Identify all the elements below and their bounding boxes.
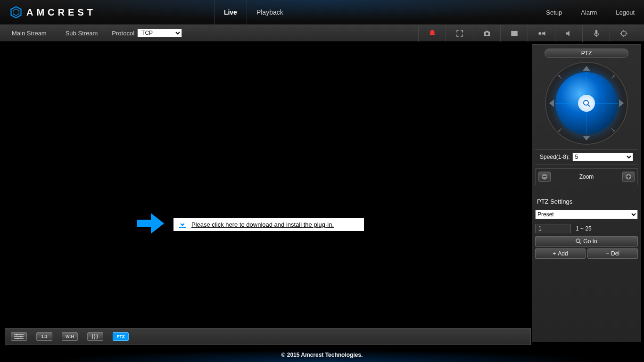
ptz-title: PTZ [545,49,628,58]
stream-toolbar: Main Stream Sub Stream Protocol TCP + [0,25,644,41]
ptz-up-button[interactable] [582,64,591,73]
ptz-settings-title: PTZ Settings [535,193,638,210]
main-area: Please click here to download and instal… [0,41,644,345]
svg-point-3 [538,32,541,35]
logo: AMCREST [0,6,106,19]
nav-right: Setup Alarm Logout [537,0,644,25]
effect-button[interactable] [87,332,103,341]
image-icon[interactable] [500,25,528,42]
preset-row: 1 ~ 25 [535,224,638,233]
search-icon [576,239,581,244]
protocol-label: Protocol [112,30,134,37]
svg-point-12 [16,334,17,336]
zoom-label: Zoom [553,173,619,180]
mic-icon[interactable] [582,25,610,42]
ptz-downright-button[interactable]: ↘ [608,125,618,134]
speaker-icon[interactable] [555,25,582,42]
ratio-wh-button[interactable]: W:H [62,332,78,341]
sub-stream-button[interactable]: Sub Stream [61,30,103,37]
ptz-center-button[interactable] [578,95,595,112]
zoom-out-button[interactable] [538,172,551,182]
alarm-icon[interactable] [418,25,446,42]
logo-icon [9,6,23,19]
protocol-select[interactable]: TCP [137,29,182,37]
adjust-button[interactable] [11,332,27,341]
header: AMCREST Live Playback Setup Alarm Logout [0,0,644,25]
footer: © 2015 Amcrest Technologies. [0,348,644,362]
goto-label: Go to [583,238,597,245]
minus-icon: − [606,250,609,257]
add-del-row: +Add −Del [535,248,638,259]
ptz-right-button[interactable] [617,99,626,108]
plugin-link[interactable]: Please click here to download and instal… [191,221,334,228]
nav-playback[interactable]: Playback [247,0,293,25]
preset-input[interactable] [535,224,571,233]
add-button[interactable]: +Add [535,248,586,259]
pointer-arrow-icon [137,211,165,236]
preset-range: 1 ~ 25 [576,225,592,232]
speed-row: Speed(1-8): 5 [535,149,638,165]
ptz-upright-button[interactable]: ↗ [608,72,618,82]
goto-button[interactable]: Go to [535,236,638,247]
svg-text:+: + [462,30,464,34]
ptz-upleft-button[interactable]: ↖ [555,72,565,82]
svg-marker-1 [13,9,19,16]
main-stream-button[interactable]: Main Stream [7,30,51,37]
main-nav: Live Playback [214,0,293,25]
plugin-prompt[interactable]: Please click here to download and instal… [173,218,364,231]
ptz-wheel: ↗ ↖ ↘ ↙ [545,62,628,145]
add-label: Add [558,250,568,257]
nav-logout[interactable]: Logout [606,0,644,25]
protocol-group: Protocol TCP [112,29,182,37]
svg-rect-7 [543,176,546,177]
ptz-panel: PTZ ↗ ↖ ↘ ↙ Speed(1-8): 5 Zoom PTZ Setti… [532,44,641,342]
target-icon[interactable] [610,25,637,42]
svg-point-14 [17,338,19,339]
speed-label: Speed(1-8): [540,154,570,160]
svg-point-5 [584,100,588,105]
ptz-toggle-button[interactable]: PTZ [113,332,129,341]
bottom-toolbar: 1:1 W:H PTZ [5,328,531,345]
ptz-downleft-button[interactable]: ↙ [555,125,565,134]
logo-text: AMCREST [26,7,96,18]
speed-select[interactable]: 5 [572,153,633,161]
svg-point-4 [621,31,626,36]
del-button[interactable]: −Del [587,248,638,259]
svg-marker-0 [11,7,21,18]
ratio-11-button[interactable]: 1:1 [36,332,52,341]
nav-setup[interactable]: Setup [537,0,571,25]
ptz-center-icon [582,99,591,107]
preset-select[interactable]: Preset [535,210,638,219]
nav-alarm[interactable]: Alarm [571,0,606,25]
fullscreen-icon[interactable]: + [446,25,473,42]
record-icon[interactable] [528,25,555,42]
del-label: Del [611,250,619,257]
video-area: Please click here to download and instal… [0,41,532,345]
svg-point-13 [20,336,22,337]
toolbar-icons: + [418,25,637,41]
zoom-in-button[interactable] [622,172,635,182]
nav-live[interactable]: Live [214,0,247,25]
ptz-down-button[interactable] [582,133,591,143]
plus-icon: + [553,250,556,257]
svg-rect-10 [628,175,629,179]
download-icon [178,221,187,228]
ptz-left-button[interactable] [547,99,556,108]
svg-point-11 [576,239,580,243]
zoom-row: Zoom [535,168,638,185]
snapshot-icon[interactable] [473,25,500,42]
